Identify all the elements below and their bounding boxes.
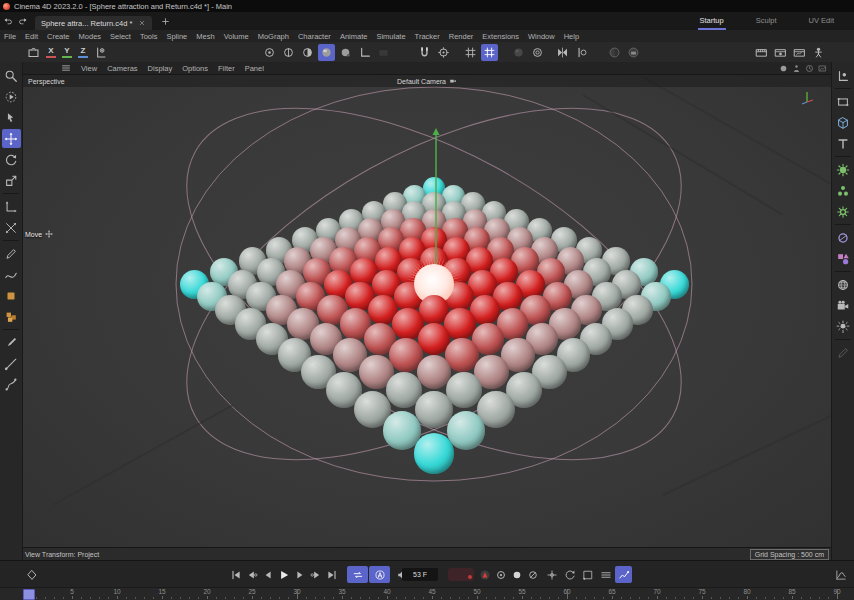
camera-label[interactable]: Default Camera — [397, 77, 457, 85]
toolbar-sphere-dot-button[interactable] — [337, 44, 354, 61]
tool-scene-camera-button[interactable] — [834, 296, 853, 315]
tool-magnifier-button[interactable] — [2, 66, 21, 85]
autokey-toggle[interactable] — [369, 566, 390, 583]
kf-scale-toggle[interactable] — [579, 566, 596, 583]
menu-animate[interactable]: Animate — [340, 32, 368, 41]
axis-lock-z-button[interactable]: Z — [76, 44, 90, 61]
tab-close-icon[interactable] — [138, 19, 146, 27]
menu-mesh[interactable]: Mesh — [196, 32, 214, 41]
layout-tab-startup[interactable]: Startup — [698, 13, 726, 30]
tool-brush-tool-button[interactable] — [2, 333, 21, 352]
menu-simulate[interactable]: Simulate — [376, 32, 405, 41]
timeline-ruler[interactable]: 51015202530354045505560657075808590 — [0, 587, 854, 600]
viewport-menu-cameras[interactable]: Cameras — [107, 64, 137, 73]
tool-coord-arrows-button[interactable] — [2, 197, 21, 216]
menu-edit[interactable]: Edit — [25, 32, 38, 41]
tool-scale-tool-button[interactable] — [2, 171, 21, 190]
new-tab-button[interactable] — [161, 17, 170, 26]
menu-window[interactable]: Window — [528, 32, 555, 41]
kf-params-toggle[interactable] — [597, 566, 614, 583]
kf-active-toggle[interactable] — [615, 566, 632, 583]
menu-file[interactable]: File — [4, 32, 16, 41]
play-button[interactable] — [276, 567, 292, 583]
toolbar-l-axis-button[interactable] — [356, 44, 373, 61]
fcurve-button[interactable] — [833, 561, 849, 588]
menu-render[interactable]: Render — [449, 32, 474, 41]
tool-volume-ring-button[interactable] — [834, 228, 853, 247]
tool-coord-target-button[interactable] — [834, 66, 853, 85]
toolbar-grid-quantize-button[interactable] — [462, 44, 479, 61]
toolbar-workplane-button[interactable] — [375, 44, 392, 61]
tool-tweak-cursor-button[interactable] — [2, 108, 21, 127]
toolbar-keyframe-circle-button[interactable] — [529, 44, 546, 61]
tool-motext-button[interactable] — [834, 134, 853, 153]
tool-cube-primitive-button[interactable] — [834, 113, 853, 132]
toolbar-half-circle-button[interactable] — [299, 44, 316, 61]
toolbar-snap-point-button[interactable] — [435, 44, 452, 61]
viewport-menu-display[interactable]: Display — [148, 64, 173, 73]
tool-scene-light-button[interactable] — [834, 317, 853, 336]
mini-sphere-button[interactable] — [779, 64, 788, 73]
toolbar-render-view-button[interactable] — [606, 44, 623, 61]
toolbar-shaded-sphere-button[interactable] — [318, 44, 335, 61]
toolbar-render-picture-viewer-button[interactable] — [753, 44, 770, 61]
tool-orange-cubes-button[interactable] — [2, 307, 21, 326]
timeline-playhead[interactable] — [23, 589, 35, 600]
keyframe-slash-button[interactable] — [525, 567, 541, 583]
toolbar-dark-sphere-button[interactable] — [510, 44, 527, 61]
viewport-menu-view[interactable]: View — [81, 64, 97, 73]
tool-subdiv-gear-button[interactable] — [834, 160, 853, 179]
undo-button[interactable] — [0, 15, 15, 28]
toolbar-coordinate-system-button[interactable] — [92, 44, 109, 61]
axis-lock-x-button[interactable]: X — [44, 44, 58, 61]
axis-lock-y-button[interactable]: Y — [60, 44, 74, 61]
tool-curve-tool-button[interactable] — [2, 265, 21, 284]
menu-tools[interactable]: Tools — [140, 32, 158, 41]
tool-cloner-cluster-button[interactable] — [834, 181, 853, 200]
viewport-menu-panel[interactable]: Panel — [245, 64, 264, 73]
toolbar-magnet-snap-button[interactable] — [416, 44, 433, 61]
toolbar-render-settings-button[interactable] — [625, 44, 642, 61]
toolbar-render-still-button[interactable] — [791, 44, 808, 61]
tool-pen-tool-button[interactable] — [2, 244, 21, 263]
redo-button[interactable] — [15, 15, 30, 28]
menu-mograph[interactable]: MoGraph — [258, 32, 289, 41]
menu-extensions[interactable]: Extensions — [482, 32, 519, 41]
document-tab[interactable]: Sphere attra... Return.c4d * — [35, 16, 152, 30]
toolbar-viewport-render-button[interactable] — [25, 44, 42, 61]
layout-tab-sculpt[interactable]: Sculpt — [754, 13, 779, 30]
tool-environment-globe-button[interactable] — [834, 275, 853, 294]
next-key-button[interactable] — [308, 567, 324, 583]
menu-modes[interactable]: Modes — [79, 32, 102, 41]
viewport-menu-filter[interactable]: Filter — [218, 64, 235, 73]
menu-help[interactable]: Help — [564, 32, 579, 41]
tool-pen-disabled-button[interactable] — [834, 343, 853, 362]
skip-start-button[interactable] — [228, 567, 244, 583]
tool-line-pen-button[interactable] — [2, 354, 21, 373]
kf-position-toggle[interactable] — [543, 566, 560, 583]
tool-rotate-tool-button[interactable] — [2, 150, 21, 169]
kf-rotation-toggle[interactable] — [561, 566, 578, 583]
toolbar-align-axis-button[interactable] — [573, 44, 590, 61]
viewport-menu-options[interactable]: Options — [182, 64, 208, 73]
sphere-clone[interactable] — [414, 433, 454, 473]
mini-figure-button[interactable] — [792, 64, 801, 73]
menu-select[interactable]: Select — [110, 32, 131, 41]
tool-spline-squiggle-button[interactable] — [2, 375, 21, 394]
record-pill-button[interactable] — [448, 568, 474, 581]
viewport-canvas[interactable]: Perspective Default Camera Move — [23, 75, 831, 547]
toolbar-mirror-butterfly-button[interactable] — [554, 44, 571, 61]
tool-multi-arrows-button[interactable] — [2, 218, 21, 237]
tool-fields-shapes-button[interactable] — [834, 249, 853, 268]
viewport-hamburger-icon[interactable] — [61, 63, 71, 73]
toolbar-character-figure-button[interactable] — [810, 44, 827, 61]
menu-volume[interactable]: Volume — [224, 32, 249, 41]
prev-key-button[interactable] — [244, 567, 260, 583]
loop-cycle-toggle[interactable] — [347, 566, 368, 583]
menu-character[interactable]: Character — [298, 32, 331, 41]
mini-clock-button[interactable] — [805, 64, 814, 73]
record-triangle-button[interactable] — [477, 567, 493, 583]
current-frame-field[interactable]: 53 F — [402, 568, 438, 581]
menu-create[interactable]: Create — [47, 32, 70, 41]
menu-tracker[interactable]: Tracker — [415, 32, 440, 41]
